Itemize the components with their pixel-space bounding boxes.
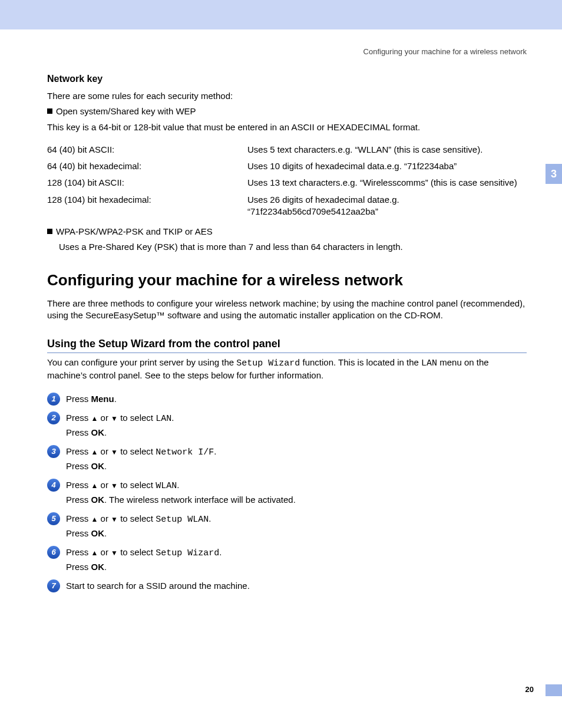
step-item: 4Press ▲ or ▼ to select WLAN.Press OK. T… <box>47 479 527 506</box>
key-format-table: 64 (40) bit ASCII:Uses 5 text characters… <box>47 141 527 220</box>
wpa-description: Uses a Pre-Shared Key (PSK) that is more… <box>59 241 527 253</box>
arrow-down-icon: ▼ <box>111 549 118 557</box>
arrow-down-icon: ▼ <box>111 414 118 423</box>
step-number-badge: 6 <box>47 546 60 559</box>
square-bullet-icon <box>47 229 52 234</box>
step-number-badge: 5 <box>47 512 60 525</box>
table-row: 128 (104) bit hexadecimal:Uses 26 digits… <box>47 192 527 220</box>
step-item: 5Press ▲ or ▼ to select Setup WLAN.Press… <box>47 512 527 540</box>
arrow-down-icon: ▼ <box>111 482 118 490</box>
chapter-tab: 3 <box>546 164 562 184</box>
step-body: Press ▲ or ▼ to select WLAN.Press OK. Th… <box>66 479 296 506</box>
step-body: Press ▲ or ▼ to select Setup Wizard.Pres… <box>66 546 222 574</box>
step-number-badge: 4 <box>47 479 60 492</box>
page-number-accent <box>546 684 562 696</box>
network-key-heading: Network key <box>47 74 527 84</box>
methods-paragraph: There are three methods to configure you… <box>47 298 527 322</box>
wizard-heading: Using the Setup Wizard from the control … <box>47 338 527 353</box>
bullet-wpa: WPA-PSK/WPA2-PSK and TKIP or AES <box>47 226 527 238</box>
step-body: Start to search for a SSID around the ma… <box>66 579 250 593</box>
step-number-badge: 3 <box>47 445 60 458</box>
intro-text: There are some rules for each security m… <box>47 90 527 102</box>
steps-list: 1Press Menu.2Press ▲ or ▼ to select LAN.… <box>47 393 527 593</box>
wizard-paragraph: You can configure your print server by u… <box>47 357 527 382</box>
step-item: 2Press ▲ or ▼ to select LAN.Press OK. <box>47 411 527 439</box>
step-body: Press ▲ or ▼ to select Network I/F.Press… <box>66 445 216 473</box>
step-item: 6Press ▲ or ▼ to select Setup Wizard.Pre… <box>47 546 527 574</box>
step-item: 7Start to search for a SSID around the m… <box>47 579 527 593</box>
arrow-up-icon: ▲ <box>91 448 98 456</box>
arrow-down-icon: ▼ <box>111 448 118 456</box>
step-number-badge: 2 <box>47 411 60 424</box>
step-number-badge: 1 <box>47 393 60 406</box>
arrow-up-icon: ▲ <box>91 549 98 557</box>
step-body: Press ▲ or ▼ to select Setup WLAN.Press … <box>66 512 211 540</box>
arrow-up-icon: ▲ <box>91 414 98 423</box>
main-heading: Configuring your machine for a wireless … <box>47 271 527 289</box>
table-row: 64 (40) bit hexadecimal:Uses 10 digits o… <box>47 158 527 174</box>
step-body: Press ▲ or ▼ to select LAN.Press OK. <box>66 411 174 439</box>
arrow-up-icon: ▲ <box>91 482 98 490</box>
table-row: 64 (40) bit ASCII:Uses 5 text characters… <box>47 141 527 158</box>
wep-description: This key is a 64-bit or 128-bit value th… <box>47 121 527 133</box>
running-header: Configuring your machine for a wireless … <box>0 29 562 56</box>
step-body: Press Menu. <box>66 393 117 406</box>
step-item: 1Press Menu. <box>47 393 527 406</box>
bullet-wep: Open system/Shared key with WEP <box>47 106 527 117</box>
arrow-up-icon: ▲ <box>91 515 98 523</box>
step-number-badge: 7 <box>47 579 60 592</box>
header-band <box>0 0 562 29</box>
square-bullet-icon <box>47 108 52 114</box>
table-row: 128 (104) bit ASCII:Uses 13 text charact… <box>47 174 527 191</box>
arrow-down-icon: ▼ <box>111 515 118 523</box>
page-content: Network key There are some rules for eac… <box>0 56 562 593</box>
page-number: 20 <box>525 685 534 694</box>
step-item: 3Press ▲ or ▼ to select Network I/F.Pres… <box>47 445 527 473</box>
